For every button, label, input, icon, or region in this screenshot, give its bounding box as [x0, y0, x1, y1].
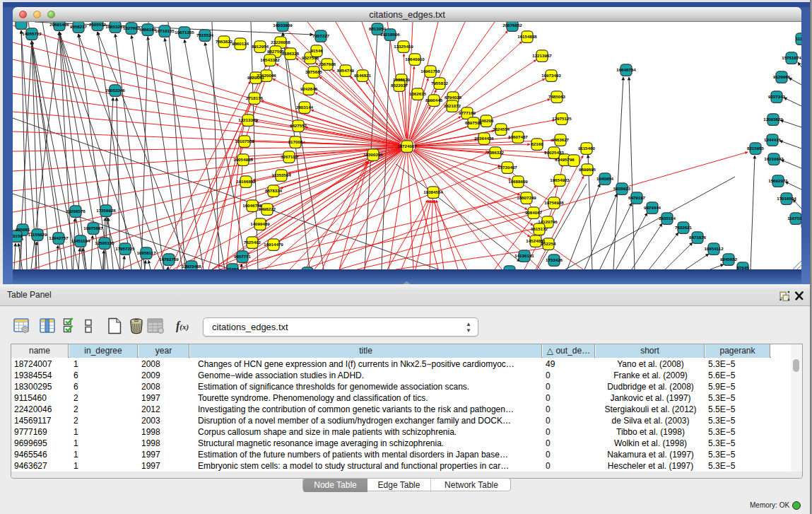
- svg-text:10654112: 10654112: [704, 246, 724, 251]
- svg-text:9242848: 9242848: [300, 86, 318, 91]
- svg-text:1362615: 1362615: [409, 91, 427, 96]
- svg-text:18724007: 18724007: [397, 144, 417, 148]
- svg-text:19384554: 19384554: [423, 189, 443, 194]
- svg-text:12093822: 12093822: [763, 117, 783, 122]
- svg-text:1640954: 1640954: [596, 176, 614, 181]
- svg-text:16210643: 16210643: [764, 156, 784, 161]
- svg-text:1615172: 1615172: [531, 226, 548, 231]
- svg-text:9474444: 9474444: [644, 205, 661, 210]
- svg-text:11156829: 11156829: [28, 232, 47, 237]
- svg-text:20053346: 20053346: [105, 88, 125, 93]
- svg-text:8678334: 8678334: [265, 188, 283, 193]
- svg-text:10107553: 10107553: [235, 139, 254, 144]
- svg-text:6794028: 6794028: [445, 95, 462, 100]
- svg-text:8215955: 8215955: [747, 146, 765, 151]
- svg-text:6466160: 6466160: [139, 27, 157, 32]
- svg-text:12505135: 12505135: [95, 240, 114, 245]
- svg-text:12923468: 12923468: [182, 264, 201, 269]
- svg-text:7663822: 7663822: [216, 39, 233, 44]
- svg-text:18807249: 18807249: [517, 195, 536, 200]
- svg-text:19054985: 19054985: [233, 157, 253, 162]
- svg-text:164: 164: [506, 269, 514, 269]
- svg-text:7357227: 7357227: [312, 33, 330, 38]
- svg-text:16543382: 16543382: [260, 57, 280, 62]
- svg-text:16914479: 16914479: [264, 242, 283, 247]
- svg-text:15720407: 15720407: [498, 165, 517, 170]
- svg-text:7386322: 7386322: [487, 150, 505, 155]
- svg-text:1167533: 1167533: [787, 216, 801, 221]
- svg-text:12213369: 12213369: [238, 117, 258, 122]
- svg-text:91546: 91546: [310, 48, 323, 53]
- svg-text:1527602: 1527602: [123, 25, 141, 30]
- svg-text:2105532: 2105532: [89, 22, 107, 27]
- svg-text:18300295: 18300295: [363, 152, 383, 157]
- svg-text:1733426: 1733426: [546, 257, 563, 262]
- svg-text:20364436: 20364436: [474, 136, 494, 141]
- svg-text:9227343: 9227343: [768, 94, 786, 99]
- svg-text:8471676: 8471676: [689, 235, 707, 240]
- svg-text:6897508: 6897508: [465, 120, 483, 125]
- svg-text:20691406: 20691406: [49, 22, 69, 27]
- svg-text:33159: 33159: [13, 233, 23, 238]
- svg-text:9657771: 9657771: [234, 254, 252, 259]
- svg-text:10973493: 10973493: [541, 73, 561, 78]
- svg-text:10025433: 10025433: [544, 150, 564, 155]
- svg-text:935081: 935081: [16, 227, 30, 232]
- svg-text:2718176: 2718176: [246, 95, 264, 100]
- svg-text:9889061: 9889061: [247, 75, 265, 80]
- svg-text:14136141: 14136141: [514, 253, 534, 258]
- svg-text:9115460: 9115460: [578, 146, 595, 151]
- svg-text:9860124: 9860124: [232, 41, 249, 46]
- svg-text:2803144: 2803144: [296, 105, 314, 110]
- svg-text:3624554: 3624554: [493, 127, 510, 132]
- svg-text:5938923: 5938923: [613, 186, 631, 191]
- svg-text:2935114: 2935114: [659, 216, 676, 221]
- svg-text:8454749: 8454749: [337, 68, 355, 73]
- svg-text:9558217: 9558217: [70, 24, 88, 29]
- svg-text:8813054: 8813054: [369, 26, 387, 31]
- svg-text:9463627: 9463627: [552, 137, 570, 142]
- svg-text:19654923: 19654923: [550, 177, 570, 182]
- svg-text:10688609: 10688609: [508, 179, 528, 184]
- svg-text:20876852: 20876852: [502, 23, 522, 28]
- svg-text:14099489: 14099489: [250, 221, 270, 226]
- svg-text:3875685: 3875685: [305, 69, 323, 74]
- svg-text:16033809: 16033809: [273, 23, 293, 28]
- svg-text:10958117: 10958117: [136, 250, 156, 255]
- svg-text:9245652: 9245652: [720, 257, 738, 262]
- svg-text:2367608: 2367608: [319, 62, 336, 66]
- svg-text:9146821: 9146821: [354, 73, 372, 78]
- svg-text:19218506: 19218506: [380, 32, 400, 37]
- svg-text:8186328: 8186328: [282, 51, 300, 56]
- svg-text:11124: 11124: [796, 36, 801, 41]
- svg-text:1244415: 1244415: [764, 137, 782, 142]
- svg-text:14120746: 14120746: [538, 219, 558, 224]
- svg-text:16154838: 16154838: [517, 34, 537, 39]
- svg-text:11451194: 11451194: [71, 238, 90, 243]
- svg-text:7625402: 7625402: [244, 240, 261, 245]
- svg-text:23226058: 23226058: [271, 40, 290, 45]
- svg-text:8912954: 8912954: [252, 44, 269, 49]
- svg-text:19756928: 19756928: [544, 200, 564, 205]
- svg-text:20206578: 20206578: [66, 209, 86, 214]
- svg-text:7955812: 7955812: [431, 81, 449, 86]
- svg-text:10975867: 10975867: [83, 226, 103, 230]
- svg-text:17016504: 17016504: [777, 196, 796, 201]
- svg-text:15692971: 15692971: [768, 178, 788, 183]
- svg-text:252254: 252254: [541, 241, 556, 246]
- svg-text:17359928: 17359928: [96, 208, 116, 213]
- svg-text:16648784: 16648784: [616, 67, 636, 72]
- svg-text:9427552: 9427552: [290, 123, 307, 128]
- svg-text:1538520: 1538520: [393, 77, 411, 82]
- svg-text:6479197: 6479197: [628, 195, 646, 200]
- svg-text:12213967: 12213967: [532, 53, 552, 58]
- svg-text:8990448: 8990448: [425, 98, 443, 103]
- svg-text:15751074: 15751074: [782, 55, 801, 60]
- svg-text:13495796: 13495796: [555, 157, 575, 162]
- svg-text:19166852: 19166852: [236, 179, 256, 184]
- svg-text:9699695: 9699695: [579, 167, 596, 172]
- svg-text:9777169: 9777169: [459, 110, 476, 115]
- svg-text:5498222: 5498222: [259, 206, 276, 211]
- svg-text:12942757: 12942757: [49, 235, 69, 240]
- svg-text:3267110: 3267110: [281, 154, 298, 159]
